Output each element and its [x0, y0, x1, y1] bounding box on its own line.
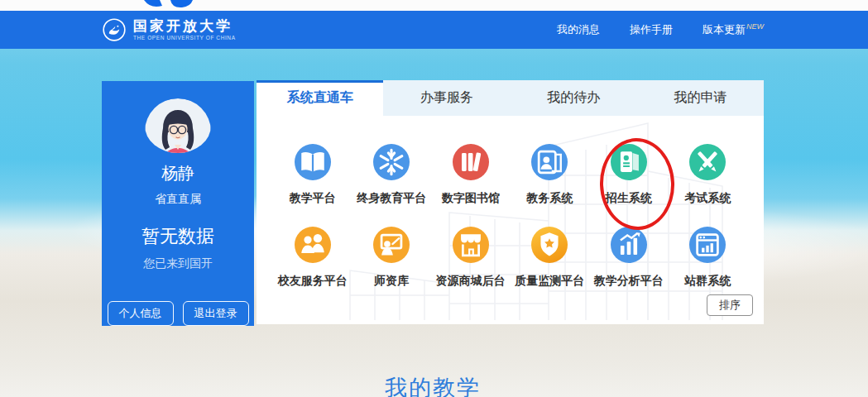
app-item-exam-system[interactable]: 考试系统 [669, 144, 748, 206]
apps-grid: 教学平台终身教育平台数字图书馆教务系统招生系统考试系统校友服务平台师资库资源商城… [257, 116, 764, 289]
profile-info-button[interactable]: 个人信息 [108, 301, 174, 326]
empty-data-title: 暂无数据 [141, 224, 214, 249]
logo-subtitle: THE OPEN UNIVERSITY OF CHINA [133, 36, 236, 41]
app-label: 教务系统 [526, 191, 573, 206]
female-avatar-illustration [145, 98, 211, 153]
user-name: 杨静 [161, 162, 194, 184]
nav-item-messages[interactable]: 我的消息 [557, 22, 600, 37]
site-stats-icon [689, 227, 726, 263]
tab-applications[interactable]: 我的申请 [637, 80, 764, 116]
storefront-icon [453, 227, 489, 263]
nav-item-manual[interactable]: 操作手册 [630, 22, 673, 37]
app-icon-circle [373, 227, 410, 263]
logout-button[interactable]: 退出登录 [183, 301, 249, 326]
app-item-site-group[interactable]: 站群系统 [669, 227, 748, 289]
new-badge: NEW [746, 22, 764, 31]
app-item-enrollment-system[interactable]: 招生系统 [589, 144, 669, 206]
app-item-teacher-resource[interactable]: 师资库 [352, 227, 432, 289]
services-panel: 系统直通车办事服务我的待办我的申请 教学平台终身教育平台数字图书馆教务系统招生系… [257, 80, 764, 324]
app-label: 师资库 [374, 274, 409, 289]
tab-bar: 系统直通车办事服务我的待办我的申请 [257, 80, 764, 116]
app-icon-circle [611, 227, 647, 263]
tab-todo[interactable]: 我的待办 [511, 80, 637, 116]
app-label: 教学平台 [290, 191, 336, 206]
app-item-lifelong-education[interactable]: 终身教育平台 [352, 144, 432, 206]
app-label: 招生系统 [606, 191, 652, 206]
app-label: 终身教育平台 [357, 191, 426, 206]
avatar[interactable] [145, 98, 211, 153]
section-title-my-teaching: 我的教学 [102, 373, 764, 397]
shield-star-icon [531, 227, 568, 263]
open-book-icon [295, 144, 331, 180]
cutoff-logo-fragment [142, 0, 195, 11]
app-item-quality-monitor[interactable]: 质量监测平台 [511, 227, 590, 289]
app-header: 国家开放大学 THE OPEN UNIVERSITY OF CHINA 我的消息… [0, 11, 868, 49]
tab-services[interactable]: 办事服务 [383, 80, 510, 116]
app-item-teaching-platform[interactable]: 教学平台 [273, 144, 352, 206]
empty-data-subtitle: 您已来到国开 [143, 256, 213, 271]
sort-button[interactable]: 排序 [707, 294, 753, 316]
app-label: 质量监测平台 [515, 274, 584, 289]
app-item-teaching-analytics[interactable]: 教学分析平台 [589, 227, 669, 289]
bar-chart-arrow-icon [611, 227, 647, 263]
person-card-icon [531, 144, 568, 180]
app-label: 考试系统 [684, 191, 731, 206]
app-icon-circle [453, 144, 489, 180]
app-icon-circle [689, 227, 726, 263]
app-label: 校友服务平台 [278, 274, 348, 289]
app-icon-circle [531, 227, 568, 263]
app-item-digital-library[interactable]: 数字图书馆 [431, 144, 511, 206]
nav-item-version-update[interactable]: 版本更新NEW [703, 22, 764, 37]
app-icon-circle [689, 144, 726, 180]
app-icon-circle [373, 144, 410, 180]
books-icon [453, 144, 489, 180]
app-label: 站群系统 [684, 274, 731, 289]
app-item-resource-mall[interactable]: 资源商城后台 [431, 227, 511, 289]
logo[interactable]: 国家开放大学 THE OPEN UNIVERSITY OF CHINA [102, 17, 236, 42]
crossed-pencils-icon [689, 144, 726, 180]
app-icon-circle [453, 227, 489, 263]
people-icon [295, 227, 331, 263]
app-icon-circle [295, 144, 331, 180]
profile-card: 杨静 省直直属 暂无数据 您已来到国开 个人信息退出登录 [102, 81, 254, 326]
top-strip [0, 0, 868, 11]
header-nav: 我的消息操作手册版本更新NEW [557, 22, 764, 37]
app-icon-circle [295, 227, 331, 263]
app-item-alumni-service[interactable]: 校友服务平台 [273, 227, 352, 289]
app-icon-circle [611, 144, 647, 180]
tab-system-shortcuts[interactable]: 系统直通车 [257, 80, 383, 116]
app-label: 数字图书馆 [442, 191, 500, 206]
profile-buttons: 个人信息退出登录 [108, 301, 249, 326]
app-item-academic-affairs[interactable]: 教务系统 [511, 144, 590, 206]
snowflake-arrows-icon [373, 144, 410, 180]
ouc-swan-logo-icon [102, 17, 127, 42]
app-label: 资源商城后台 [436, 274, 506, 289]
id-document-icon [611, 144, 647, 180]
teacher-board-icon [373, 227, 410, 263]
app-label: 教学分析平台 [594, 274, 664, 289]
user-org: 省直直属 [155, 192, 201, 207]
app-icon-circle [531, 144, 568, 180]
logo-title: 国家开放大学 [133, 19, 236, 33]
